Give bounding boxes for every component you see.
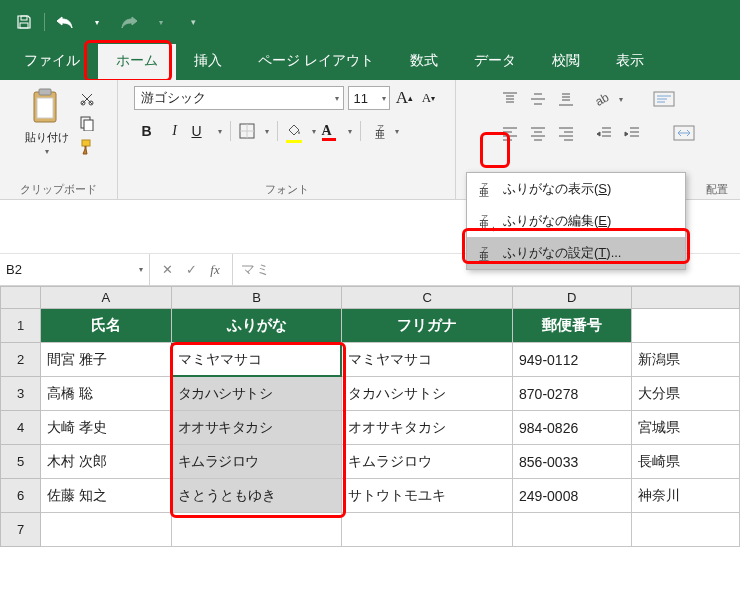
- cell[interactable]: [513, 513, 631, 547]
- fx-icon[interactable]: fx: [204, 259, 226, 281]
- cell[interactable]: 870-0278: [513, 377, 631, 411]
- orientation-button[interactable]: ab ▾: [591, 86, 625, 112]
- tab-file[interactable]: ファイル: [6, 44, 98, 80]
- underline-button[interactable]: U▾: [190, 118, 224, 144]
- row-header[interactable]: 4: [1, 411, 41, 445]
- tab-review[interactable]: 校閲: [534, 44, 598, 80]
- increase-font-icon[interactable]: A▴: [394, 86, 416, 110]
- cell[interactable]: 949-0112: [513, 343, 631, 377]
- col-header-e[interactable]: [631, 287, 739, 309]
- row-header[interactable]: 2: [1, 343, 41, 377]
- cell[interactable]: マミヤマサコ: [342, 343, 513, 377]
- col-header-b[interactable]: B: [171, 287, 342, 309]
- increase-indent-icon[interactable]: [619, 120, 645, 146]
- cell[interactable]: [171, 513, 342, 547]
- row-header[interactable]: 6: [1, 479, 41, 513]
- tab-view[interactable]: 表示: [598, 44, 662, 80]
- cell[interactable]: タカハシサトシ: [171, 377, 342, 411]
- header-cell[interactable]: 郵便番号: [513, 309, 631, 343]
- cell[interactable]: 木村 次郎: [41, 445, 172, 479]
- row-header[interactable]: 1: [1, 309, 41, 343]
- menu-edit-phonetic[interactable]: ア亜✦ ふりがなの編集(E): [467, 205, 685, 237]
- phonetic-settings-icon: ア亜: [473, 243, 495, 263]
- cell[interactable]: [631, 513, 739, 547]
- cell[interactable]: オオサキタカシ: [171, 411, 342, 445]
- svg-rect-1: [20, 23, 28, 28]
- col-header-c[interactable]: C: [342, 287, 513, 309]
- cut-icon[interactable]: [77, 90, 97, 108]
- align-top-icon[interactable]: [497, 86, 523, 112]
- cell[interactable]: 高橋 聡: [41, 377, 172, 411]
- decrease-font-icon[interactable]: A▾: [418, 86, 440, 110]
- cell[interactable]: 新潟県: [631, 343, 739, 377]
- cell[interactable]: マミヤマサコ: [171, 343, 342, 377]
- cancel-edit-icon[interactable]: ✕: [156, 259, 178, 281]
- tab-insert[interactable]: 挿入: [176, 44, 240, 80]
- row-header[interactable]: 7: [1, 513, 41, 547]
- align-left-icon[interactable]: [497, 120, 523, 146]
- decrease-indent-icon[interactable]: [591, 120, 617, 146]
- cell[interactable]: [342, 513, 513, 547]
- tab-page-layout[interactable]: ページ レイアウト: [240, 44, 392, 80]
- select-all-corner[interactable]: [1, 287, 41, 309]
- cell[interactable]: 神奈川: [631, 479, 739, 513]
- italic-button[interactable]: I: [162, 118, 188, 144]
- cell[interactable]: 佐藤 知之: [41, 479, 172, 513]
- header-cell[interactable]: 氏名: [41, 309, 172, 343]
- cell[interactable]: キムラジロウ: [342, 445, 513, 479]
- borders-button[interactable]: ▾: [237, 118, 271, 144]
- cell[interactable]: 宮城県: [631, 411, 739, 445]
- cell[interactable]: キムラジロウ: [171, 445, 342, 479]
- cell[interactable]: 984-0826: [513, 411, 631, 445]
- undo-dropdown-icon[interactable]: ▾: [83, 9, 111, 35]
- header-cell[interactable]: [631, 309, 739, 343]
- row-header[interactable]: 3: [1, 377, 41, 411]
- font-color-button[interactable]: A ▾: [320, 118, 354, 144]
- tab-home[interactable]: ホーム: [98, 44, 176, 80]
- phonetic-button[interactable]: ア亜 ▾: [367, 118, 401, 144]
- undo-icon[interactable]: [51, 9, 79, 35]
- cell[interactable]: タカハシサトシ: [342, 377, 513, 411]
- row-header[interactable]: 5: [1, 445, 41, 479]
- copy-icon[interactable]: [77, 114, 97, 132]
- col-header-a[interactable]: A: [41, 287, 172, 309]
- bold-button[interactable]: B: [134, 118, 160, 144]
- fill-color-button[interactable]: ▾: [284, 118, 318, 144]
- cell[interactable]: 間宮 雅子: [41, 343, 172, 377]
- menu-show-phonetic[interactable]: ア亜 ふりがなの表示(S): [467, 173, 685, 205]
- cell[interactable]: オオサキタカシ: [342, 411, 513, 445]
- merge-center-icon[interactable]: [669, 120, 699, 146]
- qat-customize-icon[interactable]: ▾: [179, 9, 207, 35]
- cell[interactable]: 長崎県: [631, 445, 739, 479]
- header-cell[interactable]: フリガナ: [342, 309, 513, 343]
- grid[interactable]: A B C D 1 氏名 ふりがな フリガナ 郵便番号 2 間宮 雅子 マミヤマ…: [0, 286, 740, 547]
- font-name-select[interactable]: 游ゴシック ▾: [134, 86, 344, 110]
- align-right-icon[interactable]: [553, 120, 579, 146]
- cell[interactable]: 大分県: [631, 377, 739, 411]
- col-header-d[interactable]: D: [513, 287, 631, 309]
- menu-phonetic-settings[interactable]: ア亜 ふりがなの設定(T)...: [467, 237, 685, 269]
- cell[interactable]: 大崎 孝史: [41, 411, 172, 445]
- cell[interactable]: 856-0033: [513, 445, 631, 479]
- paste-button[interactable]: 貼り付け ▾: [21, 86, 73, 158]
- save-icon[interactable]: [10, 9, 38, 35]
- svg-rect-3: [39, 89, 51, 95]
- redo-dropdown-icon[interactable]: ▾: [147, 9, 175, 35]
- tab-formulas[interactable]: 数式: [392, 44, 456, 80]
- format-painter-icon[interactable]: [77, 138, 97, 156]
- cell[interactable]: サトウトモユキ: [342, 479, 513, 513]
- redo-icon[interactable]: [115, 9, 143, 35]
- tab-data[interactable]: データ: [456, 44, 534, 80]
- font-size-select[interactable]: 11 ▾: [348, 86, 390, 110]
- align-middle-icon[interactable]: [525, 86, 551, 112]
- wrap-text-icon[interactable]: [649, 86, 679, 112]
- align-bottom-icon[interactable]: [553, 86, 579, 112]
- align-center-icon[interactable]: [525, 120, 551, 146]
- cell[interactable]: さとうともゆき: [171, 479, 342, 513]
- cell[interactable]: 249-0008: [513, 479, 631, 513]
- cell[interactable]: [41, 513, 172, 547]
- name-box[interactable]: B2 ▾: [0, 254, 150, 285]
- header-cell[interactable]: ふりがな: [171, 309, 342, 343]
- confirm-edit-icon[interactable]: ✓: [180, 259, 202, 281]
- phonetic-edit-icon: ア亜✦: [473, 211, 495, 231]
